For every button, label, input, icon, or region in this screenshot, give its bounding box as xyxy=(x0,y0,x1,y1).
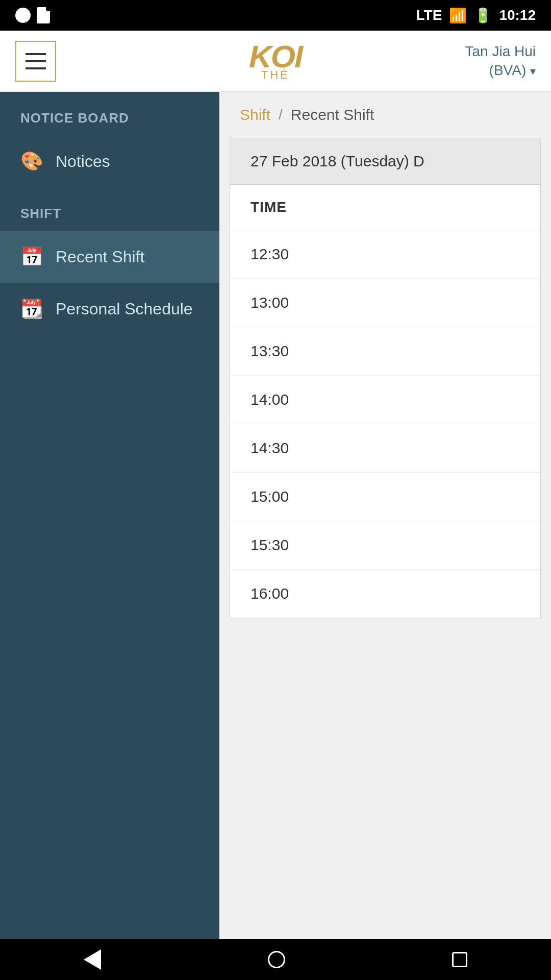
schedule-calendar-icon: 📆 xyxy=(20,298,43,320)
time-value: 12:30 xyxy=(251,246,289,263)
time-row[interactable]: 16:00 xyxy=(230,570,540,618)
home-button[interactable] xyxy=(268,951,285,968)
breadcrumb-current: Recent Shift xyxy=(291,106,374,124)
time-row[interactable]: 13:30 xyxy=(230,327,540,376)
hamburger-line xyxy=(26,53,46,55)
palette-icon: 🎨 xyxy=(20,151,43,172)
home-circle-icon xyxy=(268,951,285,968)
clock: 10:12 xyxy=(499,7,536,23)
battery-icon: 🔋 xyxy=(474,7,492,24)
user-group: (BVA) ▾ xyxy=(465,61,536,80)
shift-table-container: 27 Feb 2018 (Tuesday) D TIME 12:30 13:00… xyxy=(230,138,541,929)
time-value: 13:00 xyxy=(251,294,289,311)
recents-square-icon xyxy=(452,952,467,967)
hamburger-line xyxy=(26,60,46,62)
time-row[interactable]: 14:00 xyxy=(230,376,540,424)
time-row[interactable]: 12:30 xyxy=(230,230,540,279)
time-value: 14:30 xyxy=(251,439,289,457)
time-value: 15:30 xyxy=(251,536,289,554)
sidebar-item-notices[interactable]: 🎨 Notices xyxy=(0,135,219,187)
app-header: KOI Thé Tan Jia Hui (BVA) ▾ xyxy=(0,31,551,92)
time-column-header: TIME xyxy=(230,185,540,230)
status-left-icons xyxy=(15,7,50,23)
time-row[interactable]: 13:00 xyxy=(230,279,540,327)
logo-koi-text: KOI xyxy=(249,41,302,72)
back-arrow-icon xyxy=(84,949,101,970)
content-area: Shift / Recent Shift 27 Feb 2018 (Tuesda… xyxy=(219,92,551,939)
breadcrumb-separator: / xyxy=(279,107,283,123)
time-row[interactable]: 15:00 xyxy=(230,473,540,521)
dropdown-arrow-icon: ▾ xyxy=(530,65,536,78)
time-value: 16:00 xyxy=(251,585,289,602)
navigation-bar xyxy=(0,939,551,980)
sidebar: NOTICE BOARD 🎨 Notices SHIFT 📅 Recent Sh… xyxy=(0,92,219,939)
logo-the-text: Thé xyxy=(261,68,290,82)
breadcrumb: Shift / Recent Shift xyxy=(219,92,551,138)
time-row[interactable]: 15:30 xyxy=(230,521,540,570)
user-full-name: Tan Jia Hui xyxy=(465,42,536,61)
time-value: 15:00 xyxy=(251,488,289,505)
recents-button[interactable] xyxy=(452,952,467,967)
calendar-icon: 📅 xyxy=(20,246,43,267)
sidebar-item-personal-schedule[interactable]: 📆 Personal Schedule xyxy=(0,283,219,335)
notices-label: Notices xyxy=(56,152,110,171)
time-table: TIME 12:30 13:00 13:30 14:00 14:30 15:00 xyxy=(230,185,541,618)
hamburger-button[interactable] xyxy=(15,41,56,82)
time-value: 14:00 xyxy=(251,391,289,408)
lte-icon: LTE xyxy=(416,7,442,23)
signal-icon: 📶 xyxy=(449,7,467,24)
notice-board-section-label: NOTICE BOARD xyxy=(0,92,219,135)
breadcrumb-parent[interactable]: Shift xyxy=(240,106,270,124)
personal-schedule-label: Personal Schedule xyxy=(56,300,193,318)
user-name-display: Tan Jia Hui (BVA) ▾ xyxy=(465,42,536,80)
sidebar-item-recent-shift[interactable]: 📅 Recent Shift xyxy=(0,231,219,283)
time-row[interactable]: 14:30 xyxy=(230,424,540,473)
time-value: 13:30 xyxy=(251,342,289,360)
status-right-info: LTE 📶 🔋 10:12 xyxy=(416,7,536,24)
sd-card-icon xyxy=(37,7,50,23)
hamburger-line xyxy=(26,67,46,69)
recent-shift-label: Recent Shift xyxy=(56,248,144,266)
user-info[interactable]: Tan Jia Hui (BVA) ▾ xyxy=(465,42,536,80)
shift-section-label: SHIFT xyxy=(0,187,219,231)
logo: KOI Thé xyxy=(249,41,302,82)
main-layout: NOTICE BOARD 🎨 Notices SHIFT 📅 Recent Sh… xyxy=(0,92,551,939)
date-header: 27 Feb 2018 (Tuesday) D xyxy=(230,138,541,185)
record-icon xyxy=(15,8,31,23)
back-button[interactable] xyxy=(84,949,101,970)
status-bar: LTE 📶 🔋 10:12 xyxy=(0,0,551,31)
